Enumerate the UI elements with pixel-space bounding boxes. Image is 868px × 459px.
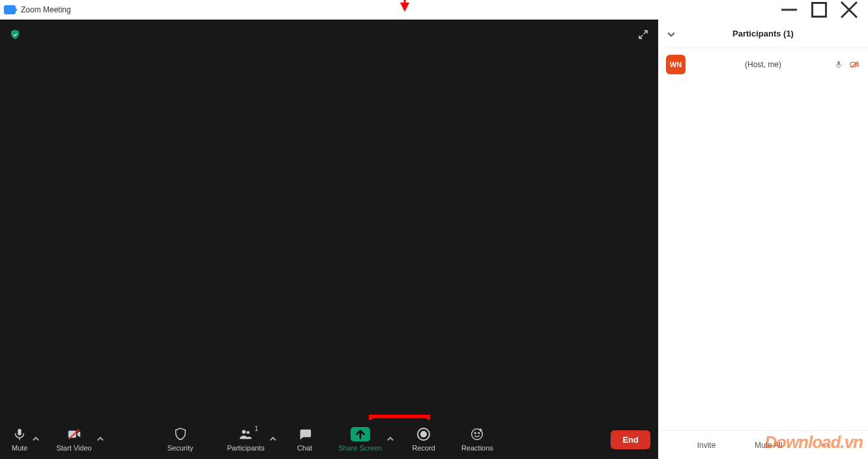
participants-icon: 1 <box>239 427 253 441</box>
share-options-caret[interactable] <box>386 435 395 444</box>
svg-point-10 <box>247 431 250 434</box>
zoom-app-icon <box>4 5 16 14</box>
share-screen-icon <box>351 427 370 441</box>
security-button[interactable]: Security <box>164 427 197 452</box>
more-button[interactable]: ⋯ <box>821 441 829 450</box>
microphone-icon <box>12 427 27 441</box>
invite-button[interactable]: Invite <box>697 441 716 450</box>
participants-options-caret[interactable] <box>268 435 278 444</box>
avatar: WN <box>666 55 686 74</box>
reactions-label: Reactions <box>461 444 493 452</box>
share-screen-button[interactable]: Share Screen <box>334 427 386 452</box>
shield-icon[interactable] <box>9 29 21 40</box>
start-video-button[interactable]: Start Video <box>52 427 95 452</box>
record-button[interactable]: Record <box>408 427 439 452</box>
collapse-panel-caret[interactable] <box>666 29 676 39</box>
mute-options-caret[interactable] <box>31 435 40 444</box>
svg-point-9 <box>242 430 246 434</box>
chat-icon <box>298 427 312 441</box>
chat-button[interactable]: Chat <box>293 427 316 452</box>
svg-point-13 <box>478 432 480 434</box>
window-title: Zoom Meeting <box>21 5 71 14</box>
mute-all-button[interactable]: Mute All <box>755 441 783 450</box>
participants-footer: Invite Mute All ⋯ <box>658 430 868 459</box>
video-off-icon <box>67 427 81 441</box>
participants-panel: Participants (1) WN (Host, me) Invite Mu… <box>658 20 868 459</box>
record-label: Record <box>412 444 435 452</box>
meeting-toolbar: Mute Start Video Security <box>0 420 658 459</box>
share-screen-label: Share Screen <box>338 444 382 452</box>
reactions-button[interactable]: Reactions <box>457 427 497 452</box>
participants-count-badge: 1 <box>255 425 259 432</box>
mute-label: Mute <box>12 444 27 452</box>
security-label: Security <box>167 444 194 452</box>
participants-header: Participants (1) <box>658 20 868 48</box>
start-video-label: Start Video <box>56 444 91 452</box>
chat-label: Chat <box>297 444 312 452</box>
reactions-icon <box>470 427 484 441</box>
participant-video-off-icon <box>848 60 860 69</box>
participants-title: Participants (1) <box>732 29 794 38</box>
participants-button[interactable]: 1 Participants <box>223 427 268 452</box>
mute-button[interactable]: Mute <box>8 427 31 452</box>
record-icon <box>416 427 431 441</box>
participant-name: (Host, me) <box>692 60 834 69</box>
end-button[interactable]: End <box>611 430 650 449</box>
video-area: Mute Start Video Security <box>0 20 658 459</box>
svg-marker-5 <box>400 3 409 12</box>
participants-label: Participants <box>227 444 264 452</box>
video-options-caret[interactable] <box>96 435 105 444</box>
svg-point-12 <box>475 432 476 434</box>
participant-mic-icon <box>834 60 843 69</box>
shield-outline-icon <box>173 427 188 441</box>
participant-row[interactable]: WN (Host, me) <box>658 48 868 81</box>
